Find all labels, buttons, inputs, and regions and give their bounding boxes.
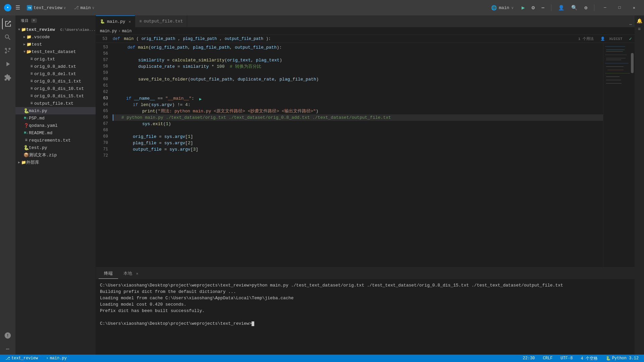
tree-item-orig[interactable]: ≡ orig.txt — [15, 55, 96, 63]
activity-source-control[interactable] — [2, 45, 13, 56]
tree-item-requirements[interactable]: ≡ requirements.txt — [15, 137, 96, 144]
account-button[interactable]: 👤 — [556, 3, 567, 12]
terminal-tab-terminal[interactable]: 终端 — [99, 268, 118, 279]
folder-icon: 📁 — [21, 160, 26, 165]
activity-search[interactable] — [2, 32, 13, 43]
terminal-line-3: Loading model from cache C:\Users\xiaosh… — [100, 295, 631, 301]
tree-label: README.md — [29, 131, 52, 136]
line-num-56: 56 — [96, 51, 110, 57]
code-line-70: plag_file = sys.argv[2] — [113, 140, 603, 146]
tab-close-button[interactable]: ✕ — [129, 19, 131, 24]
code-line-71: output_file = sys.argv[3] — [113, 146, 603, 153]
right-panel: 🔔 ≡ — [635, 15, 644, 355]
line-numbers: 53 56 57 58 59 60 61 62 63 64 65 66 67 6… — [96, 43, 113, 267]
run-button[interactable]: ▶ — [520, 3, 527, 12]
scrollbar-thumb[interactable] — [631, 53, 634, 73]
settings-button[interactable]: ⚙ — [582, 3, 589, 12]
tree-item-external[interactable]: ▶ 📁 外部库 — [15, 159, 96, 166]
svg-rect-7 — [606, 66, 624, 67]
status-time[interactable]: 22:30 — [522, 356, 536, 361]
svg-rect-3 — [605, 55, 627, 55]
tree-item-orig08dis1[interactable]: ≡ orig_0.8_dis_1.txt — [15, 77, 96, 85]
tree-item-orig08del[interactable]: ≡ orig_0.8_del.txt — [15, 70, 96, 77]
tree-label: test_text_dataset — [32, 49, 76, 54]
activity-run[interactable] — [2, 58, 13, 70]
tree-item-orig08dis15[interactable]: ≡ orig_0.8_dis_15.txt — [15, 92, 96, 100]
terminal-tab-label: 终端 — [104, 271, 113, 276]
project-dropdown[interactable]: ▼ — [31, 18, 37, 23]
code-line-53: def main(orig_file_path, plag_file_path,… — [113, 44, 603, 51]
right-panel-icon1[interactable]: 🔔 — [637, 18, 642, 24]
sticky-params: ( — [136, 37, 139, 41]
hamburger-menu[interactable]: ☰ — [14, 3, 21, 12]
tree-label: 外部库 — [26, 159, 39, 165]
tab-actions[interactable]: ⋯ — [629, 22, 635, 27]
tab-output-file[interactable]: ≡ output_file.txt — [135, 15, 187, 27]
tree-item-psp[interactable]: M↓ PSP.md — [15, 114, 96, 122]
close-button[interactable]: ✕ — [628, 3, 640, 12]
folder-open-icon: 📂 — [26, 49, 32, 54]
terminal-close-button[interactable]: ✕ — [136, 272, 139, 276]
tab-main-py[interactable]: 🐍 main.py ✕ — [96, 15, 135, 27]
file-icon: ≡ — [29, 71, 34, 76]
env-picker[interactable]: 🌐 main ∨ — [488, 4, 517, 12]
branch-chevron: ∨ — [92, 6, 95, 10]
search-button[interactable]: 🔍 — [569, 3, 580, 12]
tab-label: output_file.txt — [144, 19, 183, 24]
tree-item-readme[interactable]: M↓ README.md — [15, 129, 96, 137]
tree-item-qodana[interactable]: ❓ qodana.yaml — [15, 122, 96, 129]
tree-item-output[interactable]: ≡ output_file.txt — [15, 100, 96, 107]
svg-rect-4 — [606, 58, 626, 58]
activity-explorer[interactable] — [2, 18, 13, 30]
tree-item-zip[interactable]: 📦 测试文本.zip — [15, 151, 96, 159]
code-content[interactable]: def main(orig_file_path, plag_file_path,… — [113, 43, 603, 267]
minimize-button[interactable]: ─ — [599, 3, 611, 12]
status-file-path[interactable]: › main.py — [45, 356, 68, 361]
tree-item-vscode[interactable]: ▶ 📁 .vscode — [15, 33, 96, 41]
tree-item-test-text-dataset[interactable]: ▼ 📂 test_text_dataset — [15, 48, 96, 55]
terminal-tabs: 终端 本地 ✕ — [96, 268, 635, 279]
tree-label: orig_0.8_dis_10.txt — [34, 86, 84, 91]
status-encoding[interactable]: UTF-8 — [559, 356, 574, 361]
file-icon: ≡ — [23, 138, 29, 143]
svg-rect-8 — [607, 70, 624, 70]
terminal-tab-local[interactable]: 本地 ✕ — [118, 268, 144, 278]
activity-more[interactable]: ⋯ — [2, 343, 13, 355]
more-button[interactable]: ⋯ — [539, 3, 546, 12]
tree-item-main[interactable]: 🐍 main.py — [15, 107, 96, 114]
code-line-69: orig_file = sys.argv[1] — [113, 134, 603, 140]
python-icon: 🐍 — [23, 145, 29, 150]
maximize-button[interactable]: □ — [614, 3, 626, 12]
activity-problems[interactable] — [2, 330, 13, 341]
status-language[interactable]: 🐍 Python 3.12 — [604, 356, 640, 361]
tree-item-test-folder[interactable]: ▶ 📁 test — [15, 41, 96, 48]
tree-label: PSP.md — [29, 116, 45, 121]
tree-item-orig08add[interactable]: ≡ orig_0.8_add.txt — [15, 63, 96, 70]
status-spaces[interactable]: 4 个空格 — [579, 356, 599, 361]
right-panel-icon2[interactable]: ≡ — [638, 27, 641, 32]
branch-picker[interactable]: ⎇ main ∨ — [71, 4, 97, 12]
sticky-function-header: 53 def main ( orig_file_path , plag_file… — [96, 35, 635, 43]
chevron-icon: ▶ — [23, 42, 25, 46]
line-num-58: 58 — [96, 63, 110, 70]
tree-label: .vscode — [32, 35, 50, 40]
line-num-72: 72 — [96, 153, 110, 159]
code-line-68 — [113, 127, 603, 134]
svg-rect-6 — [605, 63, 629, 63]
project-chevron: ∨ — [64, 6, 66, 10]
terminal-content[interactable]: C:\Users\xiaoshang\Desktop\project\wepro… — [96, 279, 635, 355]
vertical-scrollbar[interactable] — [630, 43, 635, 267]
status-line-ending[interactable]: CRLF — [542, 356, 554, 361]
debug-button[interactable]: ⚙ — [530, 3, 537, 12]
status-branch-icon: ⎇ — [5, 356, 10, 361]
line-num-69: 69 — [96, 134, 110, 140]
status-branch[interactable]: ⎇ text_review — [4, 356, 39, 361]
tree-item-root[interactable]: ▼ 📁 text_review C:\Users\xiao... — [15, 26, 96, 33]
tree-item-orig08dis10[interactable]: ≡ orig_0.8_dis_10.txt — [15, 85, 96, 92]
tree-item-testpy[interactable]: 🐍 test.py — [15, 144, 96, 151]
breadcrumb: main.py › main — [96, 28, 635, 35]
activity-extensions[interactable] — [2, 72, 13, 83]
project-picker[interactable]: TR text_review ∨ — [24, 4, 68, 12]
terminal-cursor — [252, 321, 254, 326]
terminal-line-5: Prefix dict has been built successfully. — [100, 308, 631, 314]
